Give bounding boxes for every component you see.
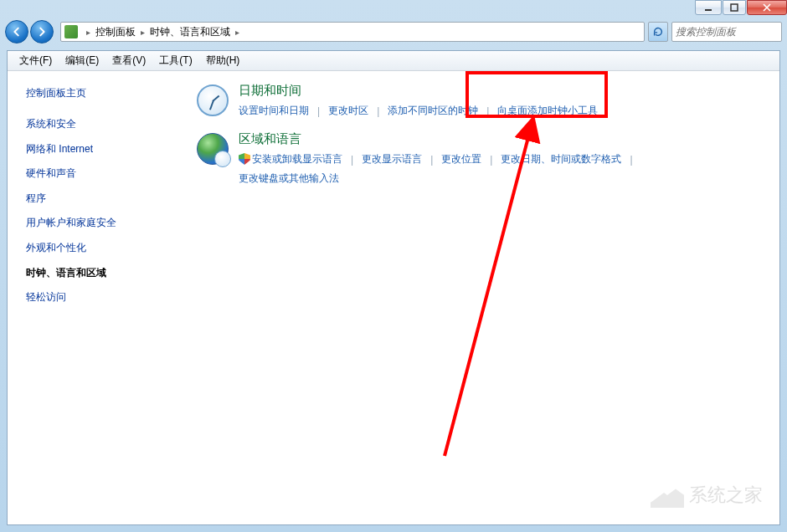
arrow-left-icon xyxy=(11,26,23,38)
breadcrumb-seg-control-panel[interactable]: 控制面板 xyxy=(95,25,136,39)
minimize-icon xyxy=(704,3,712,12)
svg-rect-1 xyxy=(731,4,738,11)
globe-icon xyxy=(195,131,230,166)
sidebar-item-programs[interactable]: 程序 xyxy=(26,190,180,208)
category-title-date-time[interactable]: 日期和时间 xyxy=(239,83,769,99)
category-title-region-language[interactable]: 区域和语言 xyxy=(239,131,769,147)
link-install-display-language[interactable]: 安装或卸载显示语言 xyxy=(239,152,342,166)
sidebar-item-ease-of-access[interactable]: 轻松访问 xyxy=(26,289,180,307)
sidebar-item-hardware-sound[interactable]: 硬件和声音 xyxy=(26,165,180,183)
link-change-keyboard-input[interactable]: 更改键盘或其他输入法 xyxy=(239,172,339,184)
nav-back-button[interactable] xyxy=(5,20,28,43)
chevron-right-icon[interactable]: ▸ xyxy=(81,28,95,37)
separator: | xyxy=(342,154,362,166)
separator: | xyxy=(481,154,501,166)
separator: | xyxy=(368,105,388,117)
link-set-date-time[interactable]: 设置时间和日期 xyxy=(239,104,309,118)
sidebar-home-link[interactable]: 控制面板主页 xyxy=(26,86,180,100)
close-icon xyxy=(763,3,771,12)
menu-bar: 文件(F) 编辑(E) 查看(V) 工具(T) 帮助(H) xyxy=(8,51,779,71)
sidebar-item-appearance[interactable]: 外观和个性化 xyxy=(26,239,180,258)
maximize-icon xyxy=(730,3,738,12)
link-change-formats[interactable]: 更改日期、时间或数字格式 xyxy=(501,152,621,166)
address-breadcrumb[interactable]: ▸ 控制面板 ▸ 时钟、语言和区域 ▸ xyxy=(60,22,645,42)
body-split: 控制面板主页 系统和安全 网络和 Internet 硬件和声音 程序 用户帐户和… xyxy=(8,71,779,524)
control-panel-icon xyxy=(64,25,78,38)
separator: | xyxy=(478,105,497,117)
menu-help[interactable]: 帮助(H) xyxy=(199,51,247,70)
separator: | xyxy=(621,154,640,166)
refresh-icon xyxy=(652,26,664,38)
link-change-display-language[interactable]: 更改显示语言 xyxy=(362,152,422,166)
minimize-button[interactable] xyxy=(695,0,722,15)
sidebar-item-user-accounts[interactable]: 用户帐户和家庭安全 xyxy=(26,214,180,233)
category-date-time: 日期和时间 设置时间和日期 | 更改时区 | 添加不同时区的时钟 | 向桌面添加… xyxy=(195,83,769,118)
clock-icon xyxy=(195,83,230,118)
sidebar: 控制面板主页 系统和安全 网络和 Internet 硬件和声音 程序 用户帐户和… xyxy=(8,71,185,524)
menu-edit[interactable]: 编辑(E) xyxy=(59,51,105,70)
breadcrumb-seg-clock-lang-region[interactable]: 时钟、语言和区域 xyxy=(150,25,230,39)
menu-file[interactable]: 文件(F) xyxy=(13,51,59,70)
category-links-region-language: 安装或卸载显示语言 | 更改显示语言 | 更改位置 | 更改日期、时间或数字格式… xyxy=(239,152,769,186)
nav-forward-button[interactable] xyxy=(30,20,54,43)
sidebar-item-clock-lang-region[interactable]: 时钟、语言和区域 xyxy=(26,264,180,283)
category-links-date-time: 设置时间和日期 | 更改时区 | 添加不同时区的时钟 | 向桌面添加时钟小工具 xyxy=(239,104,769,118)
watermark: 系统之家 xyxy=(651,483,763,508)
search-input[interactable] xyxy=(676,26,787,38)
search-box[interactable] xyxy=(671,22,782,42)
category-region-language: 区域和语言 安装或卸载显示语言 | 更改显示语言 | 更改位置 | 更改日期、时… xyxy=(195,131,769,186)
refresh-button[interactable] xyxy=(648,22,668,42)
link-change-location[interactable]: 更改位置 xyxy=(441,152,481,166)
explorer-window: ▸ 控制面板 ▸ 时钟、语言和区域 ▸ 文件(F) 编辑(E) 查看(V) 工具… xyxy=(0,0,787,532)
separator: | xyxy=(422,154,441,166)
watermark-logo-icon xyxy=(651,483,684,508)
content-frame: 文件(F) 编辑(E) 查看(V) 工具(T) 帮助(H) 控制面板主页 系统和… xyxy=(7,50,780,525)
link-add-clock-gadget[interactable]: 向桌面添加时钟小工具 xyxy=(497,104,598,118)
window-control-buttons xyxy=(695,0,787,15)
link-add-clocks-timezones[interactable]: 添加不同时区的时钟 xyxy=(388,104,478,118)
menu-tools[interactable]: 工具(T) xyxy=(152,51,198,70)
maximize-button[interactable] xyxy=(723,0,746,15)
close-button[interactable] xyxy=(747,0,787,15)
chevron-right-icon[interactable]: ▸ xyxy=(136,28,150,37)
menu-view[interactable]: 查看(V) xyxy=(105,51,152,70)
arrow-right-icon xyxy=(36,26,48,38)
sidebar-item-system-security[interactable]: 系统和安全 xyxy=(26,115,180,134)
chevron-right-icon[interactable]: ▸ xyxy=(230,28,244,37)
category-body: 区域和语言 安装或卸载显示语言 | 更改显示语言 | 更改位置 | 更改日期、时… xyxy=(239,131,769,186)
category-body: 日期和时间 设置时间和日期 | 更改时区 | 添加不同时区的时钟 | 向桌面添加… xyxy=(239,83,769,118)
link-change-timezone[interactable]: 更改时区 xyxy=(328,104,368,118)
main-panel: 日期和时间 设置时间和日期 | 更改时区 | 添加不同时区的时钟 | 向桌面添加… xyxy=(185,71,779,524)
navigation-row: ▸ 控制面板 ▸ 时钟、语言和区域 ▸ xyxy=(0,17,787,47)
separator: | xyxy=(309,105,328,117)
svg-rect-0 xyxy=(705,9,712,11)
watermark-text: 系统之家 xyxy=(689,483,763,508)
sidebar-item-network-internet[interactable]: 网络和 Internet xyxy=(26,141,180,159)
